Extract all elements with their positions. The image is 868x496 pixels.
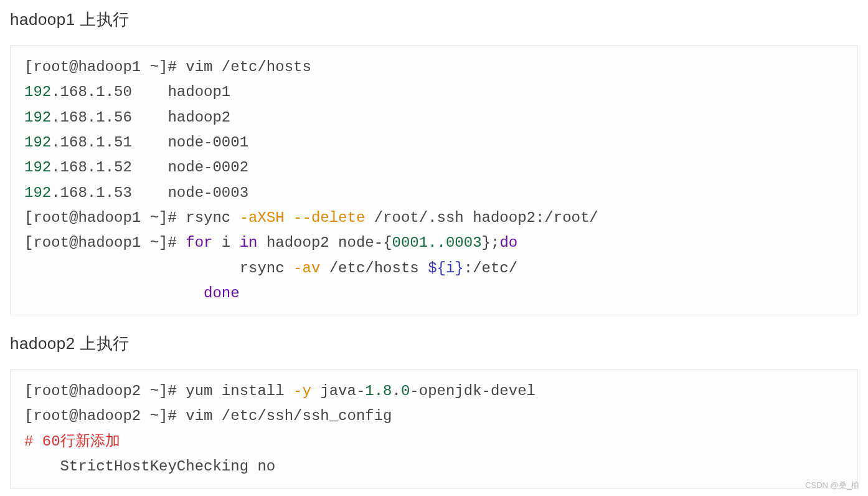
ip-rest: .168.1.50	[51, 83, 132, 100]
section-title-hadoop2: hadoop2 上执行	[10, 333, 858, 355]
hostname: hadoop1	[167, 83, 230, 100]
version-num: 0	[401, 383, 410, 399]
ip-octet: 192	[24, 109, 51, 126]
shell-variable: ${i}	[428, 260, 464, 277]
cmd-flag: -aXSH --delete	[240, 209, 366, 226]
cmd-yum: yum install	[186, 383, 293, 399]
cmd-flag: -av	[293, 260, 320, 277]
for-var: i	[212, 234, 239, 251]
section-title-hadoop1: hadoop1 上执行	[10, 9, 858, 31]
ip-rest: .168.1.56	[51, 109, 132, 126]
for-brace: };	[482, 234, 500, 251]
indent	[24, 458, 60, 475]
keyword-in: in	[240, 234, 258, 251]
indent	[24, 260, 240, 277]
cmd-rsync-args: /root/.ssh hadoop2:/root/	[365, 209, 598, 226]
keyword-done: done	[204, 285, 240, 302]
for-range: 0001..0003	[392, 234, 482, 251]
cmd-yum-pkg: java-	[311, 383, 365, 399]
version-num: 1.8	[365, 383, 392, 399]
indent	[24, 285, 204, 302]
code-block-hadoop1: [root@hadoop1 ~]# vim /etc/hosts 192.168…	[10, 45, 858, 315]
hostname: node-0002	[167, 159, 248, 176]
shell-prompt: [root@hadoop1 ~]#	[24, 234, 177, 251]
dot: .	[392, 383, 401, 399]
ip-rest: .168.1.51	[51, 134, 132, 151]
ip-octet: 192	[24, 184, 51, 201]
cmd-flag: -y	[293, 383, 311, 399]
ip-octet: 192	[24, 134, 51, 151]
cmd-rsync: rsync	[240, 260, 293, 277]
cmd-yum-pkg-suffix: -openjdk-devel	[410, 383, 535, 399]
ip-octet: 192	[24, 83, 51, 100]
cmd-rsync-args: /etc/hosts	[320, 260, 428, 277]
ip-octet: 192	[24, 159, 51, 176]
ip-rest: .168.1.53	[51, 184, 132, 201]
watermark: CSDN @桑_榆	[805, 480, 859, 491]
code-comment: # 60行新添加	[24, 433, 120, 450]
hostname: node-0003	[167, 184, 248, 201]
cmd-vim-ssh: vim /etc/ssh/ssh_config	[186, 408, 392, 424]
code-block-hadoop2: [root@hadoop2 ~]# yum install -y java-1.…	[10, 370, 858, 489]
ip-rest: .168.1.52	[51, 159, 132, 176]
shell-prompt: [root@hadoop1 ~]#	[24, 59, 177, 75]
cmd-rsync: rsync	[186, 209, 239, 226]
shell-prompt: [root@hadoop1 ~]#	[24, 209, 177, 226]
keyword-do: do	[499, 234, 517, 251]
keyword-for: for	[186, 234, 212, 251]
cmd-vim-hosts: vim /etc/hosts	[186, 59, 311, 75]
shell-prompt: [root@hadoop2 ~]#	[24, 383, 177, 399]
hostname: hadoop2	[167, 109, 230, 126]
for-list: hadoop2 node-{	[258, 234, 392, 251]
cmd-rsync-dest: :/etc/	[464, 260, 517, 277]
hostname: node-0001	[167, 134, 248, 151]
shell-prompt: [root@hadoop2 ~]#	[24, 408, 177, 424]
ssh-config-line: StrictHostKeyChecking no	[60, 458, 276, 475]
